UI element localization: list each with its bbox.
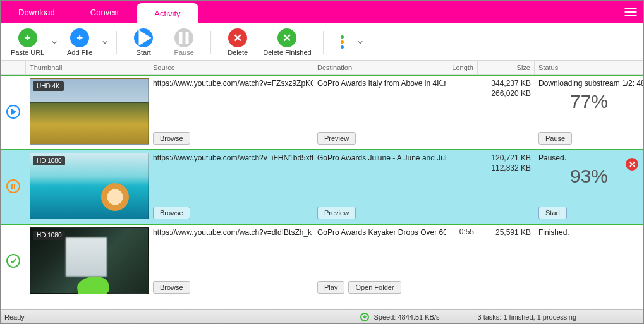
menu-button[interactable]	[618, 1, 643, 23]
status-bar: Ready Speed: 4844.51 KB/s 3 tasks: 1 fin…	[1, 309, 643, 323]
size-downloaded: 112,832 KB	[482, 163, 531, 173]
destination-file: GoPro Awards Italy from Above in 4K.mp4	[317, 78, 442, 88]
play-icon	[134, 28, 153, 47]
thumbnail: UHD 4K	[30, 78, 149, 145]
activity-list: UHD 4K https://www.youtube.com/watch?v=F…	[1, 75, 643, 309]
row-start-button[interactable]: Start	[538, 207, 567, 219]
add-file-button[interactable]: + Add File	[61, 27, 99, 57]
col-length[interactable]: Length	[446, 61, 478, 74]
start-button[interactable]: Start	[125, 27, 162, 57]
browse-button[interactable]: Browse	[153, 132, 190, 145]
preview-button[interactable]: Preview	[317, 207, 356, 219]
status-tasks: 3 tasks: 1 finished, 1 processing	[477, 313, 576, 321]
preview-button[interactable]: Preview	[317, 132, 356, 145]
size-total: 344,237 KB	[482, 78, 531, 88]
svg-rect-2	[11, 184, 13, 189]
paste-url-label: Paste URL	[11, 49, 44, 56]
destination-file: GoPro Awards Julune - A June and July Ad…	[317, 153, 442, 163]
start-label: Start	[137, 49, 151, 56]
delete-finished-button[interactable]: ✕ Delete Finished	[259, 27, 315, 57]
col-status[interactable]: Status	[535, 61, 643, 74]
tab-download[interactable]: Download	[1, 1, 73, 23]
status-text: Downloading substream 1/2: 4844.5 KB/s	[538, 78, 640, 88]
add-file-dropdown[interactable]	[101, 35, 109, 49]
view-options-button[interactable]	[331, 32, 354, 53]
separator	[116, 31, 117, 54]
tab-convert[interactable]: Convert	[73, 1, 137, 23]
x-icon: ✕	[277, 28, 296, 47]
status-text: Paused.	[538, 153, 640, 163]
delete-finished-label: Delete Finished	[263, 49, 311, 56]
browse-button[interactable]: Browse	[153, 207, 190, 219]
quality-badge: HD 1080	[33, 231, 65, 240]
top-tab-bar: Download Convert Activity	[1, 1, 643, 23]
col-source[interactable]: Source	[149, 61, 313, 74]
row-pause-button[interactable]: Pause	[538, 132, 572, 145]
progress-percent: 93%	[538, 165, 640, 187]
open-folder-button[interactable]: Open Folder	[348, 281, 401, 294]
tab-activity[interactable]: Activity	[137, 3, 198, 24]
column-headers: Thumbnail Source Destination Length Size…	[1, 61, 643, 75]
add-file-label: Add File	[67, 49, 92, 56]
status-text: Finished.	[538, 227, 640, 237]
toolbar: + Paste URL + Add File Start Pause ✕ Del…	[1, 23, 643, 61]
delete-label: Delete	[228, 49, 248, 56]
paste-url-dropdown[interactable]	[51, 35, 58, 49]
table-row[interactable]: HD 1080 https://www.youtube.com/watch?v=…	[1, 224, 643, 298]
hamburger-icon	[624, 5, 638, 19]
pause-icon	[174, 28, 193, 47]
thumbnail: HD 1080	[30, 227, 149, 294]
plus-icon: +	[18, 28, 37, 47]
state-paused-icon	[6, 179, 20, 193]
table-row[interactable]: UHD 4K https://www.youtube.com/watch?v=F…	[1, 75, 643, 149]
source-url: https://www.youtube.com/watch?v=iFHN1bd5…	[153, 153, 310, 163]
paste-url-button[interactable]: + Paste URL	[7, 27, 48, 57]
state-finished-icon	[6, 254, 20, 268]
pause-button[interactable]: Pause	[165, 27, 203, 57]
col-destination[interactable]: Destination	[313, 61, 446, 74]
size-total: 120,721 KB	[482, 153, 531, 163]
svg-rect-1	[186, 32, 189, 44]
svg-rect-0	[179, 32, 183, 44]
browse-button[interactable]: Browse	[153, 281, 190, 294]
col-thumbnail[interactable]: Thumbnail	[26, 61, 149, 74]
thumbnail: HD 1080	[30, 153, 149, 219]
quality-badge: HD 1080	[33, 156, 65, 165]
play-button[interactable]: Play	[317, 281, 344, 294]
length-value: 0:55	[446, 227, 478, 294]
length-value	[446, 153, 478, 220]
table-row[interactable]: ✕ HD 1080 https://www.youtube.com/watch?…	[1, 149, 643, 224]
plus-icon: +	[70, 28, 89, 47]
download-speed-icon	[360, 313, 369, 321]
separator	[210, 31, 211, 54]
state-downloading-icon	[6, 105, 20, 119]
size-downloaded: 266,020 KB	[482, 88, 531, 99]
col-size[interactable]: Size	[478, 61, 535, 74]
delete-button[interactable]: ✕ Delete	[219, 27, 257, 57]
separator	[323, 31, 324, 54]
svg-rect-3	[14, 184, 15, 189]
view-options-dropdown[interactable]	[356, 35, 364, 49]
size-total: 25,591 KB	[482, 227, 531, 237]
progress-percent: 77%	[538, 91, 640, 112]
col-state[interactable]	[1, 61, 26, 74]
status-speed: Speed: 4844.51 KB/s	[360, 313, 439, 321]
length-value	[446, 78, 478, 145]
x-icon: ✕	[228, 28, 247, 47]
quality-badge: UHD 4K	[33, 81, 64, 91]
pause-label: Pause	[174, 49, 194, 56]
status-ready: Ready	[4, 313, 25, 321]
remove-row-button[interactable]: ✕	[626, 158, 638, 171]
source-url: https://www.youtube.com/watch?v=dldIBtsZ…	[153, 227, 310, 237]
destination-file: GoPro Awards Kayaker Drops Over 60 ft. W…	[317, 227, 442, 237]
dots-icon	[335, 33, 350, 52]
source-url: https://www.youtube.com/watch?v=FZsxz9Zp…	[153, 78, 310, 88]
